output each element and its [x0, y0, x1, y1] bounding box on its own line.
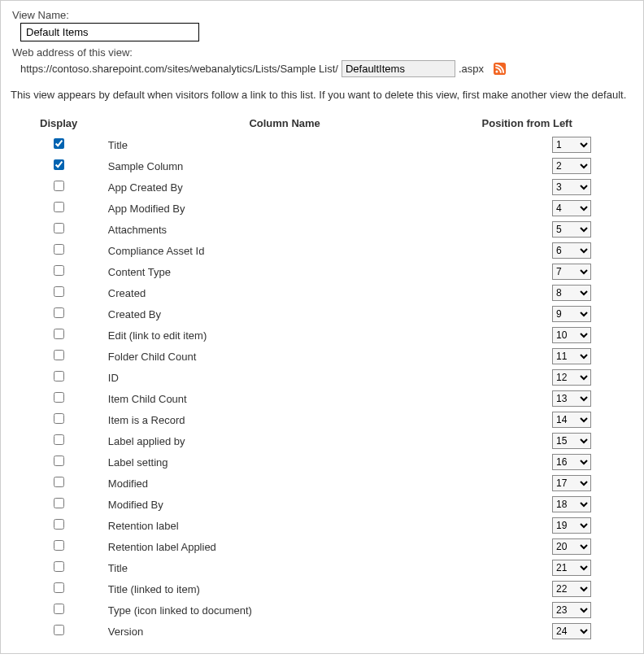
display-checkbox[interactable] [54, 434, 64, 445]
table-row: Edit (link to edit item)1234567891011121… [40, 325, 593, 346]
view-description: This view appears by default when visito… [11, 89, 635, 101]
table-row: Title12345678910111213141516171819202122… [40, 134, 593, 155]
table-row: Retention label1234567891011121314151617… [40, 515, 593, 536]
table-row: Label applied by123456789101112131415161… [40, 430, 593, 451]
view-name-input[interactable] [20, 23, 199, 41]
view-name-label: View Name: [12, 9, 635, 21]
position-select[interactable]: 123456789101112131415161718192021222324 [552, 179, 591, 195]
position-select[interactable]: 123456789101112131415161718192021222324 [552, 221, 591, 238]
column-name-cell: App Modified By [108, 198, 461, 219]
column-name-cell: Folder Child Count [108, 346, 461, 367]
display-checkbox[interactable] [54, 519, 64, 530]
column-name-cell: Label applied by [108, 430, 461, 451]
display-checkbox[interactable] [54, 582, 64, 593]
table-row: Version123456789101112131415161718192021… [40, 621, 593, 642]
position-select[interactable]: 123456789101112131415161718192021222324 [552, 158, 591, 174]
table-row: Created By123456789101112131415161718192… [40, 303, 593, 325]
position-select[interactable]: 123456789101112131415161718192021222324 [552, 496, 591, 512]
position-select[interactable]: 123456789101112131415161718192021222324 [552, 348, 591, 364]
position-select[interactable]: 123456789101112131415161718192021222324 [552, 560, 591, 576]
column-name-cell: Version [108, 621, 461, 642]
column-name-cell: Content Type [108, 261, 461, 282]
column-name-cell: Created By [108, 303, 461, 325]
table-row: Content Type1234567891011121314151617181… [40, 261, 593, 282]
table-row: Retention label Applied12345678910111213… [40, 536, 593, 557]
table-row: Item is a Record123456789101112131415161… [40, 409, 593, 430]
column-name-cell: App Created By [108, 177, 461, 198]
position-select[interactable]: 123456789101112131415161718192021222324 [552, 581, 591, 597]
display-checkbox[interactable] [54, 371, 64, 381]
display-checkbox[interactable] [54, 561, 64, 572]
header-display: Display [40, 117, 108, 134]
position-select[interactable]: 123456789101112131415161718192021222324 [552, 623, 591, 639]
display-checkbox[interactable] [54, 329, 64, 339]
column-name-cell: Compliance Asset Id [108, 240, 461, 261]
table-row: Attachments12345678910111213141516171819… [40, 219, 593, 240]
table-row: Type (icon linked to document)1234567891… [40, 599, 593, 621]
table-row: Item Child Count123456789101112131415161… [40, 388, 593, 409]
header-position: Position from Left [461, 117, 593, 134]
position-select[interactable]: 123456789101112131415161718192021222324 [552, 306, 591, 322]
table-row: Sample Column123456789101112131415161718… [40, 155, 593, 177]
position-select[interactable]: 123456789101112131415161718192021222324 [552, 327, 591, 343]
web-address-suffix: .aspx [459, 63, 484, 75]
table-row: App Modified By1234567891011121314151617… [40, 198, 593, 219]
position-select[interactable]: 123456789101112131415161718192021222324 [552, 285, 591, 301]
position-select[interactable]: 123456789101112131415161718192021222324 [552, 390, 591, 407]
column-name-cell: Created [108, 282, 461, 303]
display-checkbox[interactable] [54, 392, 64, 403]
table-row: Label setting123456789101112131415161718… [40, 451, 593, 473]
display-checkbox[interactable] [54, 223, 64, 233]
display-checkbox[interactable] [54, 413, 64, 424]
display-checkbox[interactable] [54, 456, 64, 466]
column-name-cell: Title (linked to item) [108, 578, 461, 599]
display-checkbox[interactable] [54, 159, 64, 170]
column-name-cell: Modified By [108, 494, 461, 515]
table-row: App Created By12345678910111213141516171… [40, 177, 593, 198]
display-checkbox[interactable] [54, 202, 64, 212]
table-row: Modified12345678910111213141516171819202… [40, 473, 593, 494]
position-select[interactable]: 123456789101112131415161718192021222324 [552, 242, 591, 259]
column-name-cell: ID [108, 367, 461, 388]
column-name-cell: Sample Column [108, 155, 461, 177]
header-column-name: Column Name [108, 117, 461, 134]
display-checkbox[interactable] [54, 498, 64, 508]
position-select[interactable]: 123456789101112131415161718192021222324 [552, 454, 591, 470]
display-checkbox[interactable] [54, 350, 64, 360]
column-name-cell: Type (icon linked to document) [108, 599, 461, 621]
display-checkbox[interactable] [54, 540, 64, 551]
table-row: Title12345678910111213141516171819202122… [40, 557, 593, 578]
position-select[interactable]: 123456789101112131415161718192021222324 [552, 137, 591, 153]
position-select[interactable]: 123456789101112131415161718192021222324 [552, 433, 591, 449]
position-select[interactable]: 123456789101112131415161718192021222324 [552, 200, 591, 216]
rss-icon[interactable] [494, 63, 506, 75]
svg-point-1 [495, 71, 498, 73]
column-name-cell: Attachments [108, 219, 461, 240]
display-checkbox[interactable] [54, 307, 64, 318]
column-name-cell: Modified [108, 473, 461, 494]
display-checkbox[interactable] [54, 477, 64, 487]
position-select[interactable]: 123456789101112131415161718192021222324 [552, 517, 591, 534]
position-select[interactable]: 123456789101112131415161718192021222324 [552, 602, 591, 618]
display-checkbox[interactable] [54, 286, 64, 297]
column-name-cell: Retention label [108, 515, 461, 536]
table-row: Created123456789101112131415161718192021… [40, 282, 593, 303]
position-select[interactable]: 123456789101112131415161718192021222324 [552, 369, 591, 386]
position-select[interactable]: 123456789101112131415161718192021222324 [552, 538, 591, 555]
display-checkbox[interactable] [54, 244, 64, 255]
column-name-cell: Title [108, 134, 461, 155]
display-checkbox[interactable] [54, 625, 64, 635]
position-select[interactable]: 123456789101112131415161718192021222324 [552, 475, 591, 491]
display-checkbox[interactable] [54, 181, 64, 191]
display-checkbox[interactable] [54, 138, 64, 149]
position-select[interactable]: 123456789101112131415161718192021222324 [552, 412, 591, 428]
web-address-label: Web address of this view: [12, 46, 635, 59]
display-checkbox[interactable] [54, 265, 64, 276]
column-name-cell: Edit (link to edit item) [108, 325, 461, 346]
display-checkbox[interactable] [54, 604, 64, 614]
position-select[interactable]: 123456789101112131415161718192021222324 [552, 264, 591, 280]
table-row: Title (linked to item)123456789101112131… [40, 578, 593, 599]
web-address-slug-input[interactable] [342, 60, 455, 77]
column-name-cell: Retention label Applied [108, 536, 461, 557]
column-name-cell: Item is a Record [108, 409, 461, 430]
